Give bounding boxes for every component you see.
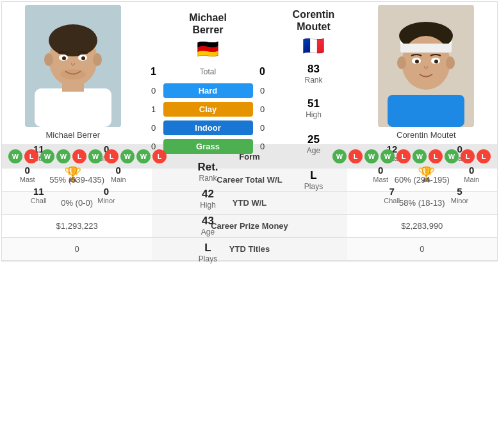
svg-point-21: [415, 60, 419, 63]
svg-point-4: [49, 24, 97, 56]
form-badge-right-w: W: [445, 149, 459, 163]
form-badge-left-l: L: [24, 149, 38, 163]
left-flag: 🇩🇪: [197, 38, 219, 60]
indoor-score-left: 0: [144, 123, 163, 133]
main-container: Michael Berrer 11 Total 0 Slam 0 Ma: [0, 1, 499, 261]
right-player-name: Corentin Moutet: [397, 130, 456, 140]
right-chall-stat: 7 Chall: [384, 186, 400, 204]
left-player-photo: [25, 5, 121, 127]
form-badge-left-w: W: [136, 149, 151, 163]
form-badge-left-w: W: [40, 149, 54, 163]
hard-score-left: 0: [144, 86, 163, 95]
form-badge-right-w: W: [332, 149, 347, 163]
right-minor-stat: 5 Minor: [451, 186, 469, 204]
surface-indoor-row: 0 Indoor 0: [144, 120, 272, 135]
form-badge-right-w: W: [413, 149, 427, 163]
left-rank-center: Ret. Rank: [197, 161, 218, 183]
svg-rect-1: [35, 88, 111, 127]
form-badge-right-l: L: [477, 149, 491, 163]
svg-point-9: [62, 56, 66, 60]
svg-point-5: [44, 53, 53, 66]
form-badge-right-l: L: [348, 149, 363, 163]
right-player-name-header: CorentinMoutet: [293, 8, 335, 33]
hard-button: Hard: [163, 83, 253, 98]
right-high-box: 51 High: [306, 97, 322, 119]
left-player-name-center: Michael Berrer: [189, 12, 227, 36]
clay-button: Clay: [163, 102, 253, 117]
total-label: Total: [163, 67, 253, 76]
right-rank-box: 83 Rank: [304, 63, 322, 85]
svg-rect-23: [388, 95, 464, 127]
stats-left-3: 0: [2, 238, 152, 261]
grass-score-right: 0: [253, 142, 272, 151]
right-center-stats: CorentinMoutet🇫🇷 83 Rank 51 High 25 Age: [272, 2, 356, 197]
right-player-flag: 🇫🇷: [302, 35, 325, 56]
surface-hard-row: 0 Hard 0: [144, 83, 272, 98]
right-main-stat: 0 Main: [464, 165, 479, 183]
left-minor-stat: 0 Minor: [97, 186, 115, 204]
left-main-stat: 0 Main: [111, 165, 126, 183]
form-badge-right-l: L: [397, 149, 411, 163]
svg-rect-18: [400, 44, 452, 53]
right-plays-box: L Plays: [304, 169, 323, 191]
svg-point-17: [446, 56, 455, 69]
form-badge-left-w: W: [120, 149, 135, 163]
stats-left-2: $1,293,223: [2, 215, 152, 238]
stats-right-3: 0: [347, 238, 497, 261]
right-mast-stat: 0 Mast: [373, 165, 388, 183]
form-badge-left-w: W: [56, 149, 70, 163]
svg-point-16: [397, 56, 406, 69]
left-mast-stat: 0 Mast: [20, 165, 35, 183]
indoor-button: Indoor: [163, 120, 253, 135]
clay-score-right: 0: [253, 104, 272, 114]
svg-point-22: [434, 60, 438, 63]
clay-score-left: 1: [144, 104, 163, 114]
total-score-right: 0: [253, 66, 272, 78]
form-badge-left-w: W: [8, 149, 22, 163]
svg-point-6: [93, 53, 102, 66]
form-badge-right-w: W: [380, 149, 395, 163]
left-form-badges: WLWWLWLWWL: [8, 149, 167, 163]
total-score-left: 1: [144, 66, 163, 78]
form-badge-right-w: W: [364, 149, 379, 163]
form-badge-right-l: L: [429, 149, 443, 163]
form-badge-left-l: L: [152, 149, 167, 163]
comparison-wrapper: Michael Berrer 11 Total 0 Slam 0 Ma: [1, 1, 498, 261]
form-badge-left-w: W: [88, 149, 102, 163]
surface-clay-row: 1 Clay 0: [144, 102, 272, 117]
left-high-center: 42 High: [200, 188, 216, 210]
right-form-badges: WLWWLWLWLL: [332, 149, 491, 163]
right-age-box: 25 Age: [307, 133, 320, 155]
form-badge-left-l: L: [72, 149, 86, 163]
form-badge-right-l: L: [461, 149, 475, 163]
indoor-score-right: 0: [253, 123, 272, 133]
left-plays-center: L Plays: [199, 242, 217, 263]
form-badge-left-l: L: [104, 149, 119, 163]
total-row: 1 Total 0: [144, 66, 272, 78]
right-player-photo: [378, 5, 474, 127]
left-player-name: Michael Berrer: [45, 130, 100, 140]
left-chall-stat: 11 Chall: [31, 186, 47, 204]
svg-point-11: [60, 69, 86, 79]
hard-score-right: 0: [253, 86, 272, 95]
stats-right-2: $2,283,990: [347, 215, 497, 238]
svg-point-10: [81, 56, 85, 60]
form-label: Form: [224, 152, 275, 162]
